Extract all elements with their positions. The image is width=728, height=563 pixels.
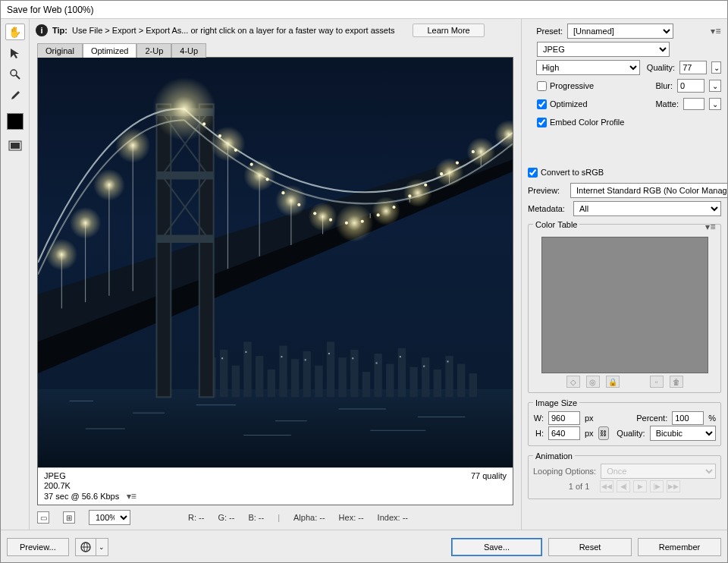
ct-new-icon[interactable]: ▫: [650, 376, 664, 388]
svg-point-80: [265, 178, 268, 181]
frame-counter: 1 of 1: [569, 482, 590, 491]
toggle-slices-visibility[interactable]: [5, 137, 25, 154]
zoom-tool[interactable]: [5, 66, 25, 83]
learn-more-button[interactable]: Learn More: [413, 24, 484, 37]
ct-shift-icon[interactable]: ◎: [586, 376, 600, 388]
constrain-proportions-icon[interactable]: ⛓: [598, 426, 609, 440]
format-select[interactable]: JPEG: [537, 42, 670, 57]
browser-preview-dropdown[interactable]: ⌄: [96, 539, 108, 555]
embed-profile-checkbox[interactable]: [537, 118, 547, 127]
svg-point-87: [377, 213, 380, 216]
svg-rect-19: [374, 354, 381, 397]
preset-select[interactable]: [Unnamed]: [567, 24, 673, 39]
slice-select-tool[interactable]: [5, 45, 25, 61]
svg-rect-4: [38, 389, 513, 467]
svg-rect-8: [243, 341, 251, 397]
svg-point-77: [218, 134, 221, 137]
height-input[interactable]: [548, 426, 580, 440]
w-label: W:: [533, 414, 544, 423]
svg-line-1: [16, 75, 20, 79]
blur-slider-icon[interactable]: ⌄: [709, 80, 721, 92]
save-button[interactable]: Save...: [451, 538, 542, 556]
anim-play-icon: ▶: [633, 480, 647, 492]
remember-button[interactable]: Remember: [638, 538, 721, 556]
animation-nav: ◀◀ ◀| ▶ |▶ ▶▶: [600, 480, 680, 492]
ct-lock-icon[interactable]: 🔒: [606, 376, 620, 388]
animation-title: Animation: [533, 451, 575, 461]
tab-4up[interactable]: 4-Up: [171, 43, 206, 58]
progressive-checkbox[interactable]: [537, 81, 547, 91]
percent-label: Percent:: [632, 414, 667, 423]
width-input[interactable]: [548, 411, 580, 425]
image-size-title: Image Size: [533, 398, 579, 407]
tab-optimized[interactable]: Optimized: [83, 43, 137, 58]
hand-tool[interactable]: ✋: [5, 24, 25, 40]
tip-bar: i Tip: Use File > Export > Export As... …: [30, 19, 521, 42]
svg-rect-30: [281, 356, 282, 357]
svg-rect-3: [11, 143, 20, 149]
tip-text: Use File > Export > Export As... or righ…: [72, 26, 395, 35]
quality-slider-icon[interactable]: ⌄: [711, 61, 721, 74]
anim-next-icon: |▶: [650, 480, 664, 492]
reset-button[interactable]: Reset: [548, 538, 632, 556]
svg-point-67: [243, 159, 275, 191]
svg-rect-31: [305, 359, 306, 360]
preview-tabs: Original Optimized 2-Up 4-Up: [30, 42, 521, 57]
metadata-select[interactable]: All: [573, 201, 721, 216]
grid-plus-button[interactable]: ⊞: [63, 511, 75, 524]
svg-rect-35: [400, 356, 401, 357]
preset-menu-icon[interactable]: ▾≡: [711, 26, 721, 36]
anim-prev-icon: ◀|: [617, 480, 630, 492]
svg-point-86: [361, 220, 364, 223]
blur-label: Blur:: [651, 81, 673, 90]
tab-2up[interactable]: 2-Up: [136, 43, 171, 58]
svg-rect-7: [232, 366, 240, 398]
preview-button[interactable]: Preview...: [7, 538, 69, 556]
svg-point-70: [335, 204, 373, 242]
svg-point-74: [466, 137, 495, 166]
eyedropper-color-swatch[interactable]: [7, 113, 24, 130]
svg-point-72: [403, 178, 432, 207]
svg-rect-29: [245, 351, 246, 353]
matte-swatch[interactable]: [683, 98, 704, 110]
browser-preview-icon[interactable]: [76, 539, 96, 555]
loop-label: Looping Options:: [533, 467, 596, 476]
download-rate-menu-icon[interactable]: ▾≡: [126, 491, 136, 502]
eyedropper-tool[interactable]: [5, 87, 25, 104]
svg-point-0: [11, 70, 17, 76]
progressive-label: Progressive: [550, 81, 594, 90]
blur-input[interactable]: [677, 79, 704, 93]
matte-dropdown-icon[interactable]: ⌄: [709, 98, 721, 110]
svg-rect-15: [327, 341, 334, 397]
tab-original[interactable]: Original: [37, 43, 83, 58]
optimized-label: Optimized: [550, 99, 588, 109]
svg-rect-26: [457, 364, 465, 398]
resample-select[interactable]: Bicubic: [650, 426, 716, 441]
tip-prefix: Tip:: [52, 26, 67, 35]
zoom-select[interactable]: 100%: [89, 510, 130, 525]
svg-rect-32: [328, 353, 330, 354]
percent-suffix: %: [708, 414, 716, 423]
svg-point-81: [281, 191, 284, 194]
color-table-menu-icon[interactable]: ▾≡: [705, 222, 716, 232]
optimized-checkbox[interactable]: [537, 99, 547, 109]
grid-minus-button[interactable]: ▭: [37, 511, 49, 524]
svg-point-66: [210, 127, 245, 162]
status-r: R: --: [188, 513, 204, 522]
px-label-2: px: [585, 429, 594, 438]
svg-point-61: [152, 77, 215, 140]
anim-last-icon: ▶▶: [667, 480, 680, 492]
preview-image[interactable]: [38, 58, 513, 467]
quality-preset-select[interactable]: High: [536, 60, 640, 75]
convert-srgb-checkbox[interactable]: [528, 168, 538, 178]
percent-input[interactable]: [672, 411, 704, 425]
ct-selected-icon[interactable]: ◇: [566, 376, 580, 388]
preview-select[interactable]: Internet Standard RGB (No Color Manag...: [570, 183, 727, 198]
svg-point-85: [345, 222, 348, 225]
svg-rect-21: [398, 348, 406, 398]
loop-select: Once: [601, 464, 716, 479]
svg-rect-25: [445, 356, 453, 397]
svg-point-69: [309, 203, 337, 231]
quality-input[interactable]: [679, 61, 707, 74]
ct-delete-icon[interactable]: 🗑: [670, 376, 683, 388]
